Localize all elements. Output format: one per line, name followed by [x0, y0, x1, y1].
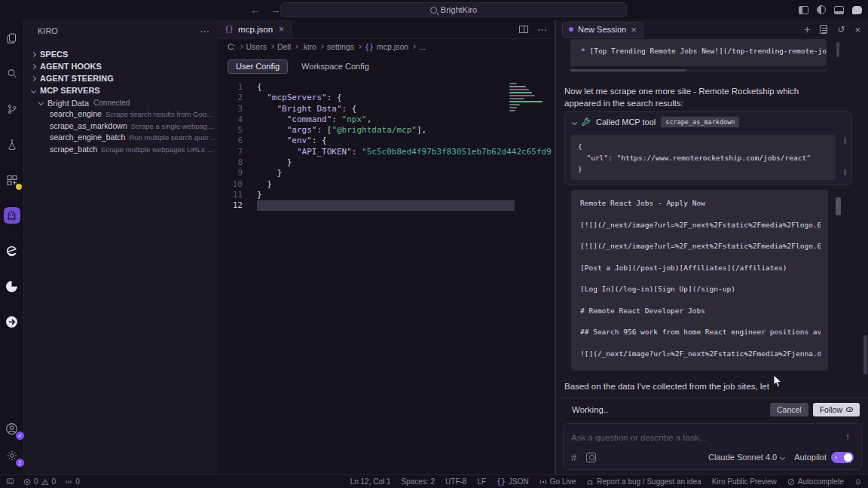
explorer-icon[interactable] [4, 30, 20, 47]
working-label: Working.. [572, 405, 608, 414]
kiro-preview-label[interactable]: Kiro Public Preview [712, 477, 777, 486]
code-editor[interactable]: 1{ 2 "mcpServers": { 3 "Bright Data": { … [217, 78, 555, 470]
warning-count: 0 [52, 477, 57, 486]
feedback-bubble-icon[interactable] [852, 6, 862, 14]
autopilot-toggle[interactable] [831, 452, 854, 463]
code-token: "npx" [342, 114, 367, 124]
breadcrumb-item[interactable]: .kiro [301, 42, 316, 51]
mcp-tool-scrape-as-markdown[interactable]: scrape_as_markdown Scrape a single webpa… [24, 121, 217, 133]
brand-extension-icon-2[interactable] [4, 278, 20, 294]
scrollbar-thumb[interactable] [836, 42, 839, 57]
autocomplete-toggle[interactable]: Autocomplete [787, 477, 844, 486]
send-button[interactable] [840, 429, 855, 444]
follow-button[interactable]: Follow [813, 403, 860, 416]
cursor-position[interactable]: Ln 12, Col 1 [350, 477, 391, 486]
remote-indicator-icon[interactable] [6, 477, 14, 486]
tool-result-block[interactable]: Remote React Jobs - Apply Now [![](/_nex… [571, 190, 828, 371]
tab-new-session[interactable]: New Session [562, 22, 643, 38]
model-selector[interactable]: Claude Sonnet 4.0 [708, 453, 784, 462]
tool-call-badge: scrape_as_markdown [661, 117, 739, 127]
code-token: : { [327, 93, 342, 102]
notifications-bell-icon[interactable] [854, 477, 862, 486]
chat-input[interactable] [571, 433, 820, 442]
indentation[interactable]: Spaces: 2 [402, 477, 435, 486]
language-mode[interactable]: {} JSON [497, 477, 529, 486]
search-sidebar-icon[interactable] [4, 66, 20, 82]
breadcrumb-item[interactable]: settings [327, 42, 354, 51]
assistant-message: Now let me scrape one more site - Remote… [564, 85, 827, 109]
nav-back-icon[interactable]: ← [250, 5, 260, 16]
attach-image-icon[interactable] [586, 453, 596, 462]
scrollbar-hints [844, 138, 846, 175]
json-file-icon: {} [497, 477, 506, 486]
session-close-icon[interactable] [631, 24, 637, 35]
nav-forward-icon[interactable]: → [270, 5, 280, 16]
chat-code-block-top[interactable]: * [Top Trending Remote Jobs New!](/top-t… [570, 39, 827, 66]
go-live-button[interactable]: Go Live [539, 477, 576, 486]
extensions-icon[interactable] [4, 172, 20, 188]
task-list-icon[interactable] [820, 25, 827, 34]
tool-call-input[interactable]: { "url": "https://www.remoterocketship.c… [570, 135, 836, 180]
sidebar-item-agent-hooks[interactable]: AGENT HOOKS [24, 60, 217, 72]
breadcrumb-item[interactable]: Dell [277, 42, 291, 51]
sidebar-item-agent-steering[interactable]: AGENT STEERING [24, 72, 217, 84]
editor-more-icon[interactable] [537, 23, 547, 36]
tool-call-header[interactable]: Called MCP tool scrape_as_markdown [565, 112, 851, 132]
brand-extension-icon-3[interactable] [4, 313, 20, 330]
code-token: { [257, 82, 262, 92]
history-icon[interactable] [837, 24, 845, 35]
follow-label: Follow [820, 405, 842, 414]
mcp-tool-scrape-batch[interactable]: scrape_batch Scrape multiple webpages UR… [24, 145, 217, 157]
tab-workspace-config[interactable]: Workspace Config [301, 62, 369, 71]
mouse-cursor [773, 375, 784, 389]
panel-scrollbar-thumb[interactable] [863, 335, 867, 374]
breadcrumb-item[interactable]: Users [246, 42, 267, 51]
tool-desc: Scrape multiple webpages URLs with... [101, 145, 217, 154]
run-debug-icon[interactable] [4, 136, 20, 153]
code-token: "mcpServers" [267, 93, 326, 102]
problems-indicator[interactable]: 0 0 [23, 477, 56, 486]
mcp-tool-search-engine-batch[interactable]: search_engine_batch Run multiple search … [24, 133, 217, 145]
breadcrumb-item[interactable]: mcp.json [377, 42, 408, 51]
code-token: "env" [287, 136, 312, 145]
tab-mcp-json[interactable]: {} mcp.json × [217, 20, 292, 38]
toggle-bottom-panel-icon[interactable] [834, 6, 844, 14]
kiro-agent-icon[interactable] [4, 207, 20, 224]
mcp-server-bright-data[interactable]: Bright Data Connected [24, 96, 217, 109]
horizontal-scrollbar[interactable] [570, 69, 827, 72]
minimap[interactable] [509, 83, 546, 113]
tab-user-config[interactable]: User Config [228, 59, 288, 74]
code-token: : [352, 147, 362, 157]
command-center-search[interactable]: BrightKiro [280, 2, 627, 17]
context-hash-icon[interactable] [571, 450, 576, 464]
encoding[interactable]: UTF-8 [445, 477, 466, 486]
code-token: } [257, 190, 262, 200]
breadcrumb-item[interactable]: ... [419, 42, 426, 51]
account-icon[interactable]: ✓ [4, 420, 20, 437]
scrollbar-thumb[interactable] [836, 197, 841, 215]
ports-count: 0 [75, 477, 80, 486]
settings-gear-icon[interactable]: 1 [4, 447, 20, 464]
toggle-sidebar-icon[interactable] [799, 6, 808, 14]
report-bug-button[interactable]: Report a bug / Suggest an idea [586, 477, 701, 486]
cancel-button[interactable]: Cancel [770, 403, 808, 416]
sidebar-more-icon[interactable] [200, 26, 209, 37]
eol-sequence[interactable]: LF [477, 477, 486, 486]
close-panel-icon[interactable] [854, 24, 860, 35]
breadcrumb-item[interactable]: C: [228, 42, 236, 51]
ports-indicator[interactable]: 0 [65, 477, 80, 486]
tool-name: scrape_as_markdown [50, 121, 127, 130]
sidebar-item-specs[interactable]: SPECS [24, 48, 217, 60]
activity-bar: ✓ 1 [0, 20, 24, 474]
mcp-tool-search-engine[interactable]: search_engine Scrape search results from… [24, 109, 217, 121]
sidebar-item-mcp-servers[interactable]: MCP SERVERS [24, 84, 217, 96]
split-editor-icon[interactable] [519, 26, 528, 33]
new-session-icon[interactable] [804, 23, 810, 35]
brand-extension-icon-1[interactable] [4, 242, 20, 259]
code-token: : [332, 114, 341, 124]
result-line: # Remote React Developer Jobs [580, 307, 821, 315]
tab-close-icon[interactable]: × [279, 24, 284, 35]
toggle-panel-icon[interactable] [817, 5, 826, 14]
eye-icon [846, 407, 853, 412]
source-control-icon[interactable] [4, 101, 20, 117]
